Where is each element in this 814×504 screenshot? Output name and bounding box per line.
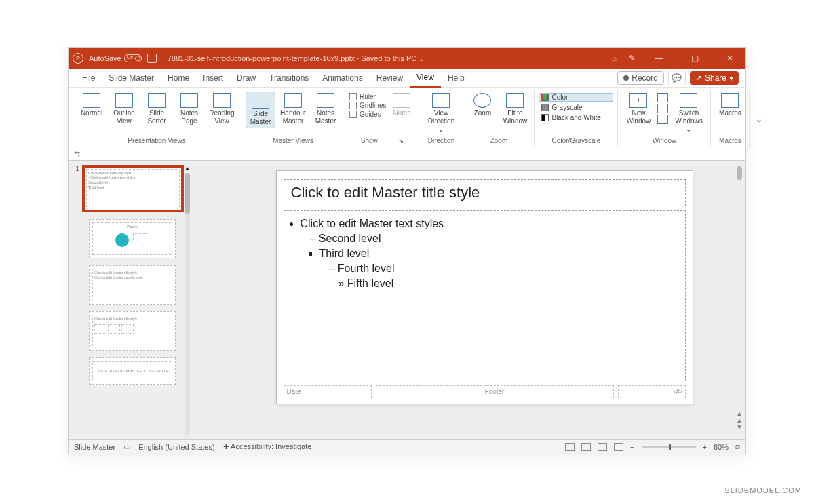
reading-icon — [213, 93, 231, 108]
search-icon[interactable]: ⌕ — [612, 54, 617, 63]
notes-toggle-icon[interactable]: ▭ — [123, 442, 130, 451]
menu-animations[interactable]: Animations — [315, 69, 369, 88]
accessibility-status[interactable]: ✚ Accessibility: Investigate — [223, 442, 312, 451]
record-button[interactable]: Record — [617, 71, 664, 85]
guides-checkbox[interactable]: Guides — [349, 111, 386, 118]
comments-button[interactable]: 💬 — [668, 71, 686, 85]
zoom-in-button[interactable]: + — [703, 443, 707, 451]
black-white-button[interactable]: Black and White — [539, 113, 613, 122]
footer-placeholder[interactable]: Footer — [376, 385, 614, 398]
zoom-button[interactable]: Zoom — [467, 92, 497, 119]
body-placeholder[interactable]: Click to edit Master text styles Second … — [284, 210, 686, 381]
thumb-layout-1[interactable]: Picture — [89, 219, 176, 258]
menu-help[interactable]: Help — [441, 69, 471, 88]
normal-icon — [83, 93, 100, 108]
ruler-checkbox[interactable]: Ruler — [349, 93, 386, 100]
sorter-view-icon[interactable] — [581, 443, 591, 451]
gridlines-checkbox[interactable]: Gridlines — [349, 102, 386, 109]
pen-icon[interactable]: ✎ — [629, 54, 636, 63]
notes-master-icon — [317, 93, 334, 108]
group-show: Ruler Gridlines Guides Notes Show↘ — [345, 90, 419, 147]
switch-icon — [680, 93, 697, 108]
outline-view-button[interactable]: Outline View — [109, 92, 139, 127]
slide-master-button[interactable]: Slide Master — [246, 92, 275, 128]
date-placeholder[interactable]: Date — [284, 385, 372, 398]
menu-file[interactable]: File — [75, 69, 102, 88]
slide-canvas-area: Click to edit Master title style Click t… — [196, 161, 745, 439]
outline-icon — [115, 93, 133, 108]
color-button[interactable]: Color — [539, 93, 613, 102]
notes-master-button[interactable]: Notes Master — [311, 92, 341, 127]
new-window-button[interactable]: +New Window — [622, 92, 655, 127]
document-title: 7881-01-self-introduction-powerpoint-tem… — [168, 54, 425, 63]
maximize-button[interactable]: ▢ — [683, 54, 706, 63]
slide-master-icon — [252, 94, 269, 109]
group-window: +New Window Switch Windows ⌄ Window — [618, 90, 711, 147]
reading-view-button[interactable]: Reading View — [207, 92, 237, 127]
save-icon[interactable] — [147, 54, 157, 63]
group-master-views: Slide Master Handout Master Notes Master… — [241, 90, 345, 147]
thumb-scrollbar[interactable]: ▲ — [184, 165, 191, 435]
reading-view-icon[interactable] — [598, 443, 607, 451]
record-dot-icon — [623, 75, 629, 81]
menu-review[interactable]: Review — [370, 69, 410, 88]
menu-view[interactable]: View — [410, 69, 441, 88]
notes-page-button[interactable]: Notes Page — [174, 92, 204, 127]
thumb-layout-4[interactable]: CLICK TO EDIT MASTER TITLE STYLE — [89, 357, 176, 385]
notes-page-icon — [180, 93, 198, 108]
app-window: P AutoSave Off 7881-01-self-introduction… — [68, 47, 746, 454]
handout-master-button[interactable]: Handout Master — [278, 92, 308, 127]
title-placeholder[interactable]: Click to edit Master title style — [284, 179, 686, 206]
fit-window-button[interactable]: Fit to Window — [500, 92, 530, 127]
sorter-icon — [148, 93, 166, 108]
normal-view-icon[interactable] — [565, 443, 575, 451]
group-color-grayscale: Color Grayscale Black and White Color/Gr… — [535, 90, 618, 147]
cascade-icon[interactable] — [657, 104, 668, 113]
minimize-button[interactable]: — — [648, 54, 671, 63]
group-macros: Macros Macros — [711, 90, 750, 147]
slide-master-canvas[interactable]: Click to edit Master title style Click t… — [276, 170, 693, 404]
thumbnails-pane[interactable]: 1 Click to edit Master title style • Cli… — [69, 161, 196, 439]
ribbon: Normal Outline View Slide Sorter Notes P… — [69, 88, 745, 147]
nav-arrows[interactable]: ▲▲▼ — [736, 410, 743, 431]
show-launcher[interactable]: ↘ — [398, 137, 404, 144]
macros-button[interactable]: Macros — [715, 92, 745, 119]
thumb-master[interactable]: Click to edit Master title style • Click… — [82, 165, 184, 212]
arrange-all-icon[interactable] — [657, 93, 668, 102]
notes-icon — [393, 93, 410, 108]
app-icon: P — [73, 53, 83, 64]
fit-icon — [506, 93, 524, 108]
handout-icon — [284, 93, 302, 108]
fit-to-window-icon[interactable]: ⧈ — [735, 442, 740, 451]
zoom-value[interactable]: 60% — [714, 443, 729, 451]
thumb-layout-3[interactable]: Click to edit Master title style — [89, 311, 176, 351]
view-direction-button[interactable]: View Direction ⌄ — [423, 92, 459, 135]
slide-number-placeholder[interactable]: ‹#› — [618, 385, 686, 398]
watermark: SLIDEMODEL.COM — [724, 486, 802, 495]
status-bar: Slide Master ▭ English (United States) ✚… — [69, 439, 745, 454]
collapse-ribbon-button[interactable]: ⌄ — [750, 113, 769, 124]
menu-insert[interactable]: Insert — [196, 69, 230, 88]
slideshow-view-icon[interactable] — [614, 443, 623, 451]
group-presentation-views: Normal Outline View Slide Sorter Notes P… — [73, 90, 241, 147]
master-index: 1 — [74, 165, 81, 212]
qat-dropdown[interactable]: ⇆ — [74, 149, 80, 158]
autosave-toggle[interactable]: AutoSave Off — [89, 54, 142, 62]
status-language[interactable]: English (United States) — [138, 443, 215, 451]
menu-draw[interactable]: Draw — [230, 69, 263, 88]
thumb-layout-2[interactable]: Click to edit Master title styleClick to… — [89, 265, 176, 305]
move-split-icon[interactable] — [657, 115, 668, 124]
menu-home[interactable]: Home — [161, 69, 196, 88]
switch-windows-button[interactable]: Switch Windows ⌄ — [671, 92, 706, 135]
menu-slide-master[interactable]: Slide Master — [102, 69, 161, 88]
zoom-slider[interactable] — [642, 446, 696, 448]
zoom-icon — [473, 93, 491, 108]
share-button[interactable]: ↗ Share ▾ — [690, 71, 739, 85]
grayscale-button[interactable]: Grayscale — [539, 103, 613, 112]
close-button[interactable]: ✕ — [718, 54, 741, 63]
slide-sorter-button[interactable]: Slide Sorter — [142, 92, 172, 127]
menu-transitions[interactable]: Transitions — [263, 69, 315, 88]
zoom-out-button[interactable]: − — [630, 443, 634, 451]
vert-scrollbar[interactable] — [737, 166, 742, 180]
normal-button[interactable]: Normal — [77, 92, 106, 119]
